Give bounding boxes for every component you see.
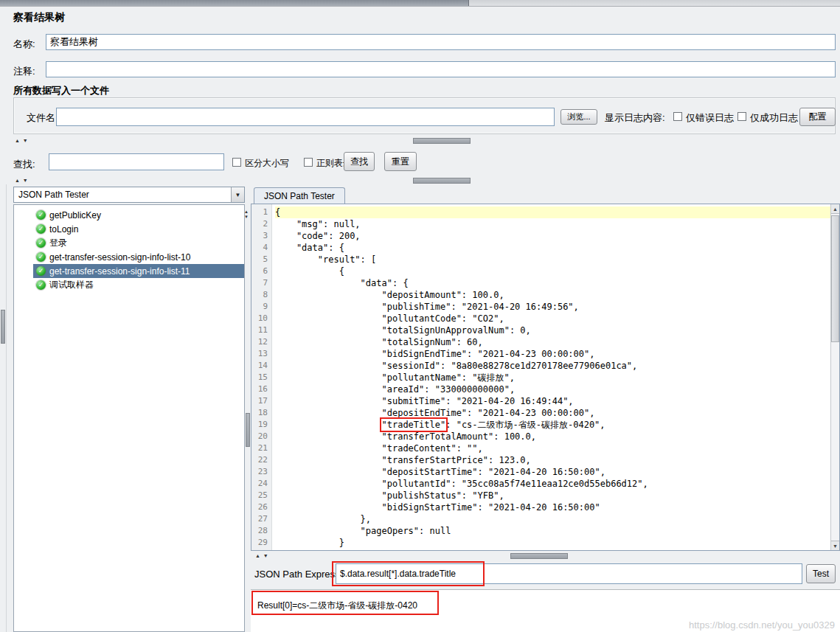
tree-item-label: getPublicKey [49,210,101,220]
line-number: 5 [251,254,268,265]
scroll-down-icon[interactable]: ▼ [831,541,839,550]
left-edge-splitter[interactable] [0,184,7,632]
annotation-box-trade-title: "tradeTitle" [382,420,446,430]
configure-button[interactable]: 配置 [799,108,836,126]
code-line: { [275,206,830,218]
test-button[interactable]: Test [806,564,836,583]
splitter-horizontal-2[interactable]: ▲ ▼ [0,177,840,185]
splitter-collapse-icons[interactable]: ▲ ▼ [15,138,29,143]
code-line: "publishTime": "2021-04-20 16:49:56", [275,301,830,313]
line-number: 28 [251,525,268,537]
search-label: 查找: [13,158,35,171]
tree-item-label: toLogin [49,224,78,235]
line-number: 20 [251,431,268,442]
line-number: 18 [251,407,268,419]
line-number: 19 [251,419,268,431]
json-viewer-pane: 1234567891011121314151617181920212223242… [251,204,840,551]
success-check-icon: ✓ [36,280,46,290]
log-content-label: 显示日志内容: [605,111,665,125]
success-check-icon: ✓ [36,238,46,248]
splitter-collapse-icons[interactable]: ▲ ▼ [255,553,269,558]
code-line: "depositAmount": 100.0, [275,289,830,301]
splitter-grip[interactable] [413,138,471,144]
code-line: "bidSignStartTime": "2021-04-20 16:50:00… [275,501,830,513]
name-label: 名称: [13,38,35,51]
code-line: "submitTime": "2021-04-20 16:49:44", [275,395,830,407]
watermark: https://blog.csdn.net/you_you0329 [689,619,835,631]
comments-input[interactable] [46,61,836,77]
result-text: Result[0]=cs-二级市场-省级-碳排放-0420 [257,600,417,612]
expression-input[interactable] [336,563,802,584]
splitter-vertical-collapse-icons[interactable]: ▲▼ [244,209,249,220]
splitter-grip[interactable] [1,310,5,344]
line-number: 15 [251,372,268,383]
splitter-horizontal-3[interactable]: ▲ ▼ [251,552,840,560]
splitter-vertical-grip[interactable] [246,413,250,447]
line-number: 22 [251,454,268,466]
horizontal-scrollbar[interactable] [0,0,840,7]
splitter-collapse-icons[interactable]: ▲ ▼ [15,178,29,183]
errors-only-label: 仅错误日志 [686,111,734,125]
tab-json-path-tester[interactable]: JSON Path Tester [254,187,345,204]
filename-label: 文件名 [27,111,55,125]
reset-button[interactable]: 重置 [384,152,417,171]
line-number: 29 [251,537,268,549]
line-number: 11 [251,324,268,336]
renderer-dropdown[interactable]: JSON Path Tester ▼ [13,187,245,203]
comments-label: 注释: [13,65,35,78]
code-line: "publishStatus": "YFB", [275,490,830,501]
browse-button[interactable]: 浏览... [560,109,597,125]
name-input[interactable] [46,34,836,50]
line-number: 4 [251,242,268,254]
tree-item[interactable]: ✓登录 [33,236,244,250]
chevron-down-icon[interactable]: ▼ [231,187,244,202]
tree-item-label: get-transfer-session-sign-info-list-11 [49,266,190,277]
errors-only-checkbox[interactable] [673,112,682,121]
tree-item[interactable]: ✓调试取样器 [33,278,244,292]
tree-item[interactable]: ✓toLogin [33,222,244,236]
line-number: 24 [251,478,268,490]
splitter-grip[interactable] [510,553,568,559]
splitter-horizontal-1[interactable]: ▲ ▼ [0,137,840,145]
code-line: "pageOpers": null [275,525,830,537]
code-line: "sessionId": "8a80e88278ce1d270178ee7790… [275,360,830,372]
write-to-file-title: 所有数据写入一个文件 [13,84,109,97]
line-number: 7 [251,277,268,289]
code-line: "pollutantCode": "CO2", [275,313,830,324]
success-only-checkbox[interactable] [737,112,746,121]
code-line: "tradeTitle": "cs-二级市场-省级-碳排放-0420", [275,419,830,431]
renderer-dropdown-value: JSON Path Tester [14,190,231,200]
scroll-up-icon[interactable]: ▲ [831,204,839,214]
code-line: "bidSignEndTime": "2021-04-23 00:00:00", [275,348,830,360]
line-number: 14 [251,360,268,372]
line-number: 3 [251,230,268,242]
line-number: 16 [251,383,268,395]
success-only-label: 仅成功日志 [750,111,798,125]
line-number: 12 [251,336,268,348]
tree-item[interactable]: ✓getPublicKey [33,208,244,222]
find-button[interactable]: 查找 [344,152,375,171]
code-line: "pollutantId": "35cc08a5f74e11eaa12ce0d5… [275,478,830,490]
line-number: 6 [251,265,268,277]
horizontal-scrollbar-thumb[interactable] [0,0,469,6]
code-line: "pollutantName": "碳排放", [275,372,830,383]
filename-input[interactable] [56,108,555,126]
line-number: 13 [251,348,268,360]
case-sensitive-checkbox[interactable] [232,158,241,167]
line-number: 26 [251,501,268,513]
line-number: 21 [251,442,268,454]
code-line: "totalSignUnApprovalNum": 0, [275,324,830,336]
success-check-icon: ✓ [36,210,46,220]
line-number: 8 [251,289,268,301]
tree-item[interactable]: ✓get-transfer-session-sign-info-list-10 [33,250,244,264]
code-line: "tradeContent": "", [275,442,830,454]
code-line: "msg": null, [275,218,830,230]
code-line: "depositEndTime": "2021-04-23 00:00:00", [275,407,830,419]
splitter-grip[interactable] [413,178,471,184]
vertical-scrollbar-thumb[interactable] [831,215,839,342]
search-input[interactable] [49,153,224,170]
tree-item[interactable]: ✓get-transfer-session-sign-info-list-11 [33,264,244,278]
regex-checkbox[interactable] [304,158,313,167]
vertical-scrollbar[interactable]: ▲ ▼ [830,204,839,550]
line-number: 27 [251,513,268,525]
